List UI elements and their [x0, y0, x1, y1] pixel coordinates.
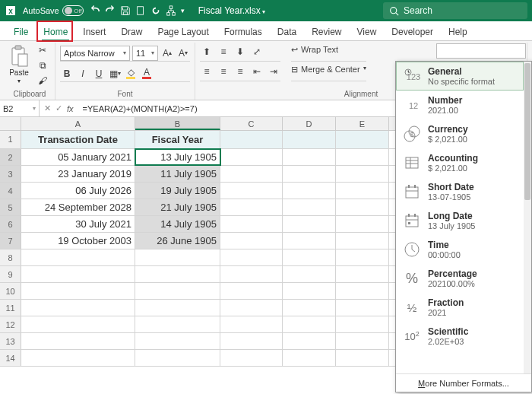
row-header[interactable]: 11 [0, 300, 21, 316]
number-format-accounting[interactable]: Accounting $ 2,021.00 [396, 148, 524, 177]
refresh-icon[interactable] [150, 5, 161, 16]
cell[interactable] [283, 333, 336, 349]
cell[interactable] [336, 316, 389, 332]
accept-formula-icon[interactable]: ✓ [55, 103, 62, 113]
select-all-corner[interactable] [0, 117, 21, 130]
cell[interactable] [220, 131, 283, 148]
borders-button[interactable]: ▦▾ [108, 67, 122, 81]
cell[interactable] [135, 300, 220, 316]
cut-icon[interactable]: ✂ [35, 45, 50, 56]
cell[interactable] [283, 149, 336, 165]
row-header[interactable]: 6 [0, 216, 21, 232]
undo-icon[interactable] [90, 5, 100, 16]
font-size-select[interactable]: 11▾ [132, 46, 158, 61]
row-header[interactable]: 2 [0, 149, 21, 165]
cell[interactable]: 05 January 2021 [21, 149, 135, 165]
tab-draw[interactable]: Draw [113, 24, 150, 40]
save-icon[interactable] [120, 5, 131, 16]
cell[interactable] [220, 249, 283, 265]
row-header[interactable]: 9 [0, 266, 21, 282]
cell[interactable] [336, 149, 389, 165]
cell[interactable] [336, 183, 389, 199]
number-format-number[interactable]: 12 Number 2021.00 [396, 91, 524, 119]
tab-file[interactable]: File [6, 24, 36, 40]
bold-button[interactable]: B [60, 67, 74, 81]
cell[interactable] [283, 266, 336, 282]
row-header[interactable]: 1 [0, 131, 21, 148]
cell[interactable]: 13 July 1905 [135, 149, 220, 165]
cell[interactable] [21, 350, 135, 366]
cell[interactable]: 06 July 2026 [21, 183, 135, 199]
cell[interactable] [220, 316, 283, 332]
number-format-short-date[interactable]: Short Date 13-07-1905 [396, 177, 524, 206]
cell[interactable] [220, 216, 283, 232]
cell[interactable] [336, 283, 389, 299]
cell[interactable] [220, 300, 283, 316]
align-top-icon[interactable]: ⬆ [200, 45, 214, 59]
orientation-icon[interactable]: ⤢ [250, 45, 264, 59]
paste-button[interactable]: Paste ▾ [9, 45, 29, 84]
cell[interactable] [283, 131, 336, 148]
cell[interactable] [283, 316, 336, 332]
italic-button[interactable]: I [76, 67, 90, 81]
align-right-icon[interactable]: ≡ [233, 65, 247, 78]
increase-indent-icon[interactable]: ⇥ [267, 65, 280, 78]
row-header[interactable]: 14 [0, 350, 21, 366]
cell[interactable] [336, 249, 389, 265]
tab-home[interactable]: Home [36, 24, 75, 40]
number-format-scientific[interactable]: 102 Scientific 2.02E+03 [396, 322, 524, 351]
formula-input[interactable]: =YEAR(A2)+(MONTH(A2)>=7) [78, 104, 198, 113]
cell[interactable] [336, 199, 389, 215]
fx-icon[interactable]: fx [67, 104, 74, 113]
cell[interactable] [220, 183, 283, 199]
cell[interactable] [220, 333, 283, 349]
cell[interactable]: 21 July 1905 [135, 199, 220, 215]
align-middle-icon[interactable]: ≡ [217, 45, 230, 59]
cell[interactable] [336, 300, 389, 316]
number-format-fraction[interactable]: ½ Fraction 2021 [396, 293, 524, 322]
cell[interactable] [21, 249, 135, 265]
row-header[interactable]: 4 [0, 183, 21, 199]
col-header-d[interactable]: D [283, 117, 336, 130]
cell[interactable] [283, 183, 336, 199]
cell[interactable] [283, 283, 336, 299]
wrap-text-button[interactable]: ↩Wrap Text [291, 45, 366, 62]
fill-color-button[interactable]: ◇ [124, 67, 138, 81]
cell[interactable] [135, 333, 220, 349]
cell[interactable] [21, 300, 135, 316]
col-header-a[interactable]: A [21, 117, 135, 130]
font-color-button[interactable]: A [140, 67, 154, 81]
tab-insert[interactable]: Insert [75, 24, 113, 40]
cell[interactable]: Transaction Date [21, 131, 135, 148]
cell[interactable] [135, 266, 220, 282]
cell[interactable] [336, 333, 389, 349]
decrease-indent-icon[interactable]: ⇤ [250, 65, 264, 78]
cell[interactable] [336, 131, 389, 148]
cancel-formula-icon[interactable]: ✕ [44, 103, 51, 113]
cell[interactable]: Fiscal Year [135, 131, 220, 148]
cell[interactable] [220, 233, 283, 249]
col-header-c[interactable]: C [220, 117, 283, 130]
row-header[interactable]: 12 [0, 316, 21, 332]
cell[interactable] [283, 166, 336, 182]
more-number-formats[interactable]: More Number Formats... [396, 373, 531, 392]
cell[interactable] [283, 199, 336, 215]
tab-formulas[interactable]: Formulas [217, 24, 270, 40]
cell[interactable]: 24 September 2028 [21, 199, 135, 215]
cell[interactable] [220, 283, 283, 299]
row-header[interactable]: 13 [0, 333, 21, 349]
copy-icon[interactable]: ⧉ [35, 60, 50, 71]
cell[interactable] [336, 166, 389, 182]
tab-help[interactable]: Help [441, 24, 475, 40]
redo-icon[interactable] [105, 5, 116, 16]
cell[interactable] [336, 266, 389, 282]
col-header-e[interactable]: E [336, 117, 389, 130]
format-painter-icon[interactable]: 🖌 [35, 75, 50, 86]
align-bottom-icon[interactable]: ⬇ [233, 45, 247, 59]
cell[interactable] [220, 149, 283, 165]
cell[interactable] [336, 233, 389, 249]
number-format-percentage[interactable]: % Percentage 202100.00% [396, 264, 524, 293]
row-header[interactable]: 3 [0, 166, 21, 182]
cell[interactable] [220, 199, 283, 215]
cell[interactable] [220, 166, 283, 182]
